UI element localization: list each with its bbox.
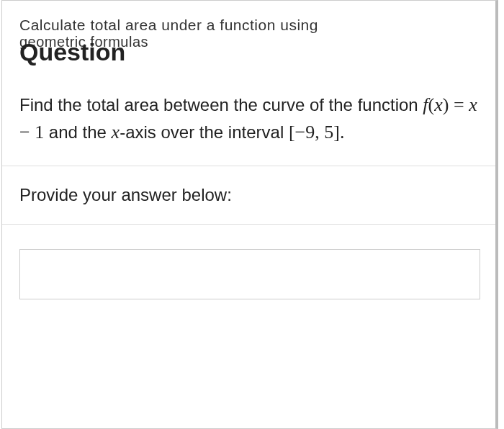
func-f: f [423,94,428,115]
minus-one: − 1 [19,122,44,143]
problem-statement: Find the total area between the curve of… [19,91,478,145]
answer-input-section [2,225,495,317]
func-x2: x [469,94,477,115]
problem-text-before: Find the total area between the curve of… [19,95,418,114]
question-section: Calculate total area under a function us… [2,1,495,166]
question-card: Calculate total area under a function us… [1,0,498,429]
answer-input[interactable] [19,249,480,299]
paren-open: ( [428,94,435,115]
equals: = [449,94,469,115]
heading-overlap: geometric formulas Question [19,35,478,66]
topic-line-1: Calculate total area under a function us… [19,17,478,34]
answer-prompt: Provide your answer below: [19,185,232,204]
problem-text-mid: and the [44,122,111,142]
func-x1: x [434,94,443,115]
problem-text-axis: -axis over the interval [120,122,289,142]
answer-prompt-section: Provide your answer below: [2,166,495,225]
interval: [−9, 5]. [289,122,344,143]
question-heading: Question [19,38,125,66]
axis-x: x [112,122,120,143]
